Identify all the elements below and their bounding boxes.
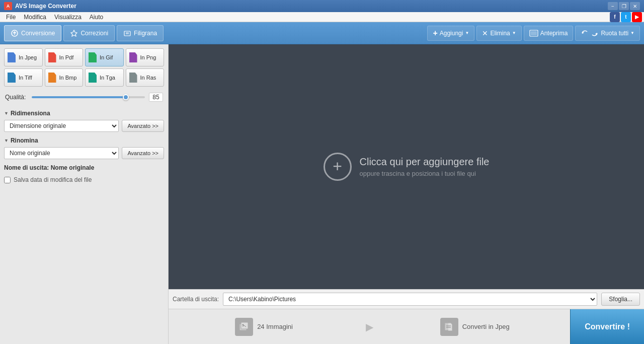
add-files-main-text: Clicca qui per aggiungere file xyxy=(360,156,490,168)
rinomina-header[interactable]: ▼ Rinomina xyxy=(4,137,164,144)
convert-icon xyxy=(444,321,455,332)
minimize-button[interactable]: − xyxy=(608,2,618,10)
format-gif-button[interactable]: In Gif xyxy=(85,48,124,66)
rinomina-advanced-button[interactable]: Avanzato >> xyxy=(122,147,164,159)
twitter-icon[interactable]: t xyxy=(621,12,631,22)
jpeg-icon xyxy=(7,52,17,63)
format-tga-label: In Tga xyxy=(100,75,115,81)
aggiungi-label: Aggiungi xyxy=(440,30,463,37)
tga-icon xyxy=(88,72,98,83)
step1-icon xyxy=(235,318,253,336)
elimina-arrow-icon: ▼ xyxy=(512,31,516,35)
format-ras-button[interactable]: In Ras xyxy=(126,68,165,87)
ridimensiona-advanced-button[interactable]: Avanzato >> xyxy=(122,120,164,132)
facebook-icon[interactable]: f xyxy=(610,12,620,22)
anteprima-label: Anteprima xyxy=(540,30,568,37)
format-bmp-button[interactable]: In Bmp xyxy=(45,68,84,87)
menu-visualizza[interactable]: Visualizza xyxy=(50,13,86,22)
bmp-icon xyxy=(47,72,57,83)
convert-bar: 24 Immagini ▶ Converti in Jpeg Convertir… xyxy=(169,309,644,344)
output-label: Cartella di uscita: xyxy=(173,296,219,303)
add-files-sub-text: oppure trascina e posiziona i tuoi file … xyxy=(360,170,490,177)
quality-row: Qualità: 85 xyxy=(4,91,164,104)
step2-label: Converti in Jpeg xyxy=(462,323,510,330)
restore-button[interactable]: ❐ xyxy=(619,2,629,10)
save-date-checkbox[interactable] xyxy=(4,177,11,183)
add-files-circle-button[interactable] xyxy=(324,153,352,181)
format-tga-button[interactable]: In Tga xyxy=(85,68,124,87)
convert-button[interactable]: Convertire ! xyxy=(570,309,644,344)
svg-rect-7 xyxy=(531,31,537,35)
toolbar: Conversione Correzioni Filigrana + Aggiu… xyxy=(0,22,644,44)
format-jpeg-label: In Jpeg xyxy=(19,54,37,60)
quality-slider[interactable] xyxy=(32,96,145,98)
tab-filigrana[interactable]: Filigrana xyxy=(117,25,164,41)
checkbox-row: Salva data di modifica del file xyxy=(4,176,164,183)
gif-icon xyxy=(88,52,98,63)
title-bar-controls: − ❐ ✕ xyxy=(608,2,640,10)
anteprima-button[interactable]: Anteprima xyxy=(524,26,574,41)
add-files-text: Clicca qui per aggiungere file oppure tr… xyxy=(360,156,490,177)
aggiungi-arrow-icon: ▼ xyxy=(465,31,469,35)
output-name-row: Nome di uscita: Nome originale xyxy=(4,164,164,171)
correzioni-icon xyxy=(70,29,78,37)
format-gif-label: In Gif xyxy=(100,54,113,60)
x-icon: ✕ xyxy=(482,29,488,37)
app-title: AVS Image Converter xyxy=(15,3,76,10)
output-bar: Cartella di uscita: C:\Users\Kabino\Pict… xyxy=(169,289,644,309)
tab-conversione-label: Conversione xyxy=(21,30,55,37)
menu-aiuto[interactable]: Aiuto xyxy=(86,13,107,22)
close-button[interactable]: ✕ xyxy=(630,2,640,10)
browse-button[interactable]: Sfoglia... xyxy=(601,293,640,306)
save-date-label[interactable]: Salva data di modifica del file xyxy=(14,176,92,183)
format-tiff-label: In Tiff xyxy=(19,75,32,81)
ridimensiona-section: ▼ Ridimensiona Dimensione originalePerso… xyxy=(4,110,164,132)
title-bar: A AVS Image Converter − ❐ ✕ xyxy=(0,0,644,12)
output-name-value: Nome originale xyxy=(51,164,95,171)
rinomina-select[interactable]: Nome originalePersonalizzato xyxy=(4,147,119,159)
rinomina-title: Rinomina xyxy=(11,137,38,144)
format-png-button[interactable]: In Png xyxy=(126,48,165,66)
tab-conversione[interactable]: Conversione xyxy=(4,25,61,41)
ridimensiona-select[interactable]: Dimensione originalePersonalizzata320x24… xyxy=(4,120,119,132)
title-bar-left: A AVS Image Converter xyxy=(4,2,76,10)
menu-modifica[interactable]: Modifica xyxy=(20,13,50,22)
ridimensiona-arrow-icon: ▼ xyxy=(4,111,9,116)
output-name-prefix: Nome di uscita: xyxy=(4,164,51,171)
convert-arrow: ▶ xyxy=(359,309,379,344)
format-ras-label: In Ras xyxy=(140,75,156,81)
menu-file[interactable]: File xyxy=(2,13,20,22)
ruota-tutti-button[interactable]: Ruota tutti ▼ xyxy=(575,26,640,41)
pdf-icon xyxy=(47,52,57,63)
output-path-select[interactable]: C:\Users\Kabino\Pictures xyxy=(223,293,597,306)
rinomina-section: ▼ Rinomina Nome originalePersonalizzato … xyxy=(4,137,164,183)
quality-label: Qualità: xyxy=(5,94,28,101)
filigrana-icon xyxy=(123,29,131,37)
rinomina-controls: Nome originalePersonalizzato Avanzato >> xyxy=(4,147,164,159)
preview-area[interactable]: Clicca qui per aggiungere file oppure tr… xyxy=(169,44,644,289)
main-layout: In Jpeg In Pdf In Gif In Png In Tiff In … xyxy=(0,44,644,344)
ruota-tutti-arrow-icon: ▼ xyxy=(630,31,634,35)
menu-bar: File Modifica Visualizza Aiuto f t ▶ xyxy=(0,12,644,22)
right-panel: Clicca qui per aggiungere file oppure tr… xyxy=(169,44,644,344)
youtube-icon[interactable]: ▶ xyxy=(632,12,642,22)
format-jpeg-button[interactable]: In Jpeg xyxy=(4,48,43,66)
quality-value: 85 xyxy=(149,93,163,102)
aggiungi-button[interactable]: + Aggiungi ▼ xyxy=(427,26,474,41)
ridimensiona-header[interactable]: ▼ Ridimensiona xyxy=(4,110,164,117)
images-icon xyxy=(238,321,250,332)
svg-marker-2 xyxy=(71,30,77,36)
ruota-tutti-icon2 xyxy=(591,29,599,37)
ridimensiona-controls: Dimensione originalePersonalizzata320x24… xyxy=(4,120,164,132)
ruota-tutti-icon xyxy=(581,29,589,37)
tab-correzioni[interactable]: Correzioni xyxy=(63,25,115,41)
anteprima-icon xyxy=(529,30,538,37)
elimina-button[interactable]: ✕ Elimina ▼ xyxy=(476,26,521,41)
ruota-tutti-label: Ruota tutti xyxy=(601,30,628,37)
app-icon: A xyxy=(4,2,12,10)
format-pdf-button[interactable]: In Pdf xyxy=(45,48,84,66)
left-panel: In Jpeg In Pdf In Gif In Png In Tiff In … xyxy=(0,44,169,344)
plus-icon: + xyxy=(433,29,437,38)
format-tiff-button[interactable]: In Tiff xyxy=(4,68,43,87)
convert-step2: Converti in Jpeg xyxy=(379,309,570,344)
